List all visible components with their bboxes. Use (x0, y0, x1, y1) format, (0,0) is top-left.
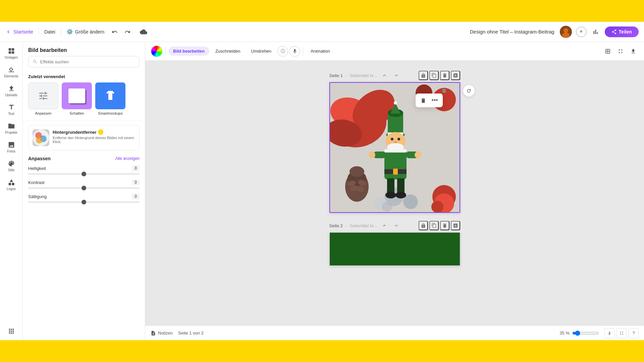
cloud-save-button[interactable] (138, 26, 149, 38)
helligkeit-label: Helligkeit (28, 166, 46, 171)
notes-icon (151, 330, 156, 336)
download-button[interactable] (628, 46, 639, 57)
page-2-lock-button[interactable] (419, 221, 428, 230)
resize-button[interactable]: ⚙️ Größe ändern (66, 28, 104, 35)
sidebar-item-logos[interactable]: Logos (1, 176, 21, 193)
page-2-delete-button[interactable] (440, 221, 449, 230)
bild-bearbeiten-tab[interactable]: Bild bearbeiten (168, 47, 209, 56)
canvas-page-2[interactable] (329, 232, 460, 266)
kontrast-row: Kontrast 0 (28, 179, 140, 189)
user-avatar[interactable] (560, 26, 572, 38)
animation-tab[interactable]: Animation (306, 47, 335, 56)
back-button[interactable]: Startseite (5, 29, 33, 35)
delete-element-button[interactable] (419, 96, 428, 105)
grid-overlay-button[interactable] (602, 46, 613, 57)
sliders-icon (38, 90, 49, 101)
page-1-delete-button[interactable] (440, 71, 449, 80)
bg-remover-text: Hintergrundentferner ⭐ Entferne den Hint… (53, 129, 135, 144)
resize-label: Größe ändern (75, 29, 104, 35)
zoom-slider[interactable] (572, 330, 599, 336)
page-2-placeholder[interactable]: Seitentitel hi... (350, 223, 377, 228)
canvas-context-menu[interactable]: ••• (416, 94, 443, 107)
cloud-icon (140, 28, 147, 36)
redo-button[interactable] (122, 27, 132, 37)
back-label: Startseite (13, 29, 33, 35)
help-button[interactable]: ? (629, 328, 639, 338)
share-button[interactable]: Teilen (605, 26, 639, 37)
effect-card-smartmockups[interactable]: Smartmockups (95, 82, 125, 115)
sidebar-label-text: Text (8, 112, 14, 116)
sidebar-item-stile[interactable]: Stile (1, 157, 21, 175)
page-1-header: Seite 1 - Seitentitel hi... (329, 71, 460, 80)
kontrast-thumb[interactable] (82, 186, 86, 190)
refresh-button[interactable] (463, 85, 475, 97)
sidebar-item-projekte[interactable]: Projekte (1, 120, 21, 137)
page-number-button[interactable]: 2 (604, 328, 614, 338)
nav-right-area: + Teilen (560, 26, 639, 38)
effect-cards-container: Anpassen Schatten Smartmockups (23, 81, 145, 119)
page-1-collapse-up[interactable] (380, 71, 389, 80)
sidebar-item-more[interactable] (1, 325, 21, 338)
undo-button[interactable] (110, 27, 120, 37)
elements-icon (8, 66, 15, 73)
helligkeit-track (28, 173, 140, 175)
sattigung-label: Sättigung (28, 194, 47, 199)
canvas-scroll-area[interactable]: Seite 1 - Seitentitel hi... (145, 61, 644, 325)
more-options-button[interactable]: ••• (430, 96, 439, 105)
delete-2-icon (442, 223, 447, 228)
sidebar-label-uploads: Uploads (5, 93, 17, 97)
page-1-expand-down[interactable] (392, 71, 401, 80)
canvas-toolbar: Bild bearbeiten Zuschneiden Umdrehen ⓘ A… (145, 42, 644, 61)
sidebar-item-text[interactable]: Text (1, 101, 21, 118)
effect-card-schatten[interactable]: Schatten (62, 82, 92, 115)
sattigung-thumb[interactable] (82, 200, 86, 204)
analytics-button[interactable] (591, 27, 601, 37)
mic-button[interactable] (289, 46, 300, 57)
effects-search-input[interactable] (40, 59, 135, 64)
page-1-duplicate-button[interactable] (429, 71, 439, 80)
zuschneiden-tab[interactable]: Zuschneiden (211, 47, 245, 56)
kontrast-track (28, 187, 140, 189)
page-1-share-button[interactable] (451, 71, 460, 80)
schatten-thumb (62, 82, 92, 109)
page-2-expand-down[interactable] (392, 221, 401, 230)
left-panel: Bild bearbeiten Zuletzt verwendet Anpass… (23, 42, 145, 340)
sidebar-item-vorlagen[interactable]: Vorlagen (1, 45, 21, 62)
page-1-placeholder[interactable]: Seitentitel hi... (350, 73, 377, 78)
projects-icon (8, 122, 15, 130)
datei-menu[interactable]: Datei (44, 29, 55, 35)
logos-icon (8, 179, 15, 186)
more-apps-icon (8, 327, 15, 335)
delete-icon (442, 73, 447, 78)
add-collaborator-button[interactable]: + (576, 26, 587, 37)
schatten-label: Schatten (69, 111, 84, 115)
canvas-page-1[interactable]: ••• (329, 82, 460, 213)
recently-used-label: Zuletzt verwendet (23, 71, 145, 81)
sidebar-item-uploads[interactable]: Uploads (1, 82, 21, 100)
more-icon: ••• (432, 97, 438, 104)
duplicate-2-icon (431, 223, 437, 228)
duplicate-icon (431, 73, 437, 78)
helligkeit-thumb[interactable] (82, 172, 86, 176)
fullscreen-button[interactable] (616, 328, 627, 338)
alle-anzeigen-link[interactable]: Alle anzeigen (115, 156, 140, 161)
page-2-collapse-up[interactable] (380, 221, 389, 230)
page-1-lock-button[interactable] (419, 71, 428, 80)
effect-card-anpassen[interactable]: Anpassen (28, 82, 58, 115)
sidebar-item-elemente[interactable]: Elemente (1, 63, 21, 81)
expand-button[interactable] (615, 46, 626, 57)
sidebar-label-projekte: Projekte (5, 131, 17, 134)
smartmockups-label: Smartmockups (98, 111, 122, 115)
sidebar-item-fotos[interactable]: Fotos (1, 138, 21, 156)
color-picker-button[interactable] (151, 45, 163, 57)
bg-remover-section[interactable]: Hintergrundentferner ⭐ Entferne den Hint… (28, 125, 140, 150)
notes-button[interactable]: Notizen (151, 330, 173, 336)
info-button[interactable]: ⓘ (277, 46, 288, 57)
page-2-duplicate-button[interactable] (429, 221, 439, 230)
panel-divider (23, 121, 145, 121)
effects-search-bar[interactable] (28, 56, 140, 67)
umdrehen-tab[interactable]: Umdrehen (246, 47, 276, 56)
svg-point-17 (350, 166, 364, 177)
page-2-header: Seite 2 - Seitentitel hi... (329, 221, 460, 230)
page-2-share-button[interactable] (451, 221, 460, 230)
